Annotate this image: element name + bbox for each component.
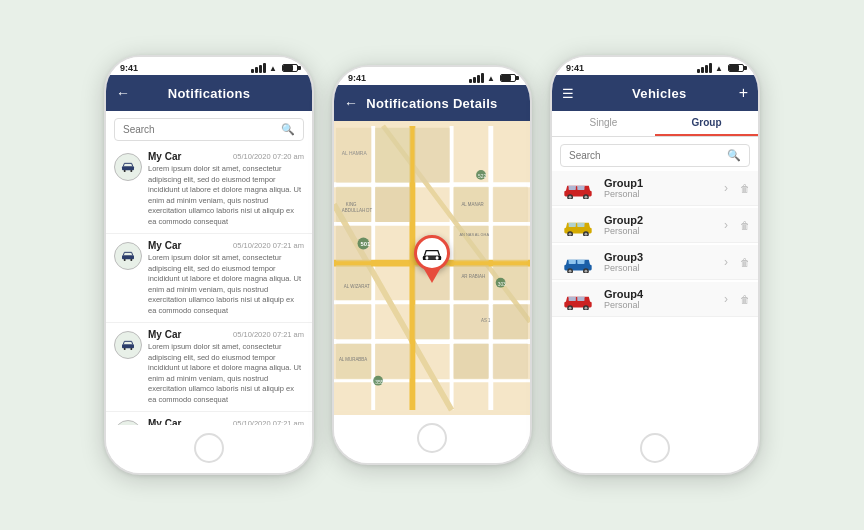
svg-rect-47 [454, 343, 489, 378]
signal-icon [251, 63, 266, 73]
back-button-2[interactable]: ← [344, 95, 362, 111]
tab-single[interactable]: Single [552, 111, 655, 136]
svg-point-95 [569, 307, 572, 310]
wifi-icon-2: ▲ [487, 74, 495, 83]
add-vehicle-button[interactable]: + [739, 84, 748, 102]
status-bar-3: 9:41 ▲ [552, 57, 758, 75]
delete-button-4[interactable]: 🗑 [740, 294, 750, 305]
vehicle-info-1: Group1 Personal [604, 177, 716, 199]
phone-bottom-3 [552, 425, 758, 473]
status-icons-3: ▲ [697, 63, 744, 73]
svg-rect-29 [414, 128, 449, 183]
vehicle-list: Group1 Personal › 🗑 [552, 171, 758, 425]
vehicle-type-2: Personal [604, 226, 716, 236]
svg-point-90 [584, 270, 587, 273]
wifi-icon-3: ▲ [715, 64, 723, 73]
svg-rect-93 [577, 297, 584, 301]
svg-rect-48 [493, 343, 528, 378]
pin-circle [414, 235, 450, 271]
svg-text:AL MURABBA: AL MURABBA [339, 357, 367, 362]
menu-icon[interactable]: ☰ [562, 86, 580, 101]
vehicle-item-1[interactable]: Group1 Personal › 🗑 [552, 171, 758, 206]
phone-map: 9:41 ▲ ← Notifications Details [332, 65, 532, 465]
vehicle-item-2[interactable]: Group2 Personal › 🗑 [552, 208, 758, 243]
vehicle-info-4: Group4 Personal [604, 288, 716, 310]
svg-rect-86 [577, 260, 584, 264]
svg-rect-79 [577, 223, 584, 227]
pin-tail [424, 269, 440, 283]
svg-point-88 [569, 270, 572, 273]
phones-container: 9:41 ▲ ← Notifications 🔍 [84, 35, 780, 495]
notif-car-name-4: My Car [148, 418, 181, 425]
vehicle-type-1: Personal [604, 189, 716, 199]
svg-rect-92 [569, 297, 576, 301]
svg-point-83 [584, 233, 587, 236]
chevron-icon-3: › [724, 255, 728, 269]
back-button-1[interactable]: ← [116, 85, 134, 101]
status-bar-2: 9:41 ▲ [334, 67, 530, 85]
svg-text:AN NAS AL GHA: AN NAS AL GHA [459, 232, 489, 237]
svg-text:AR RABIAH: AR RABIAH [461, 274, 485, 279]
phone-vehicles: 9:41 ▲ ☰ Vehicles + Single [550, 55, 760, 475]
vehicle-info-3: Group3 Personal [604, 251, 716, 273]
svg-point-8 [130, 348, 132, 350]
search-bar-1[interactable]: 🔍 [114, 118, 304, 141]
home-button-1[interactable] [194, 433, 224, 463]
notif-car-name-1: My Car [148, 151, 181, 162]
svg-text:AL HAMRA: AL HAMRA [342, 151, 368, 156]
map-pin [414, 235, 450, 283]
tab-group[interactable]: Group [655, 111, 758, 136]
notif-item-1[interactable]: My Car 05/10/2020 07:20 am Lorem ipsum d… [106, 145, 312, 234]
svg-rect-6 [122, 344, 134, 348]
phone-notifications: 9:41 ▲ ← Notifications 🔍 [104, 55, 314, 475]
vehicles-title: Vehicles [580, 86, 739, 101]
vehicle-name-3: Group3 [604, 251, 716, 263]
search-bar-3[interactable]: 🔍 [560, 144, 750, 167]
chevron-icon-2: › [724, 218, 728, 232]
battery-icon-3 [728, 64, 744, 72]
svg-point-5 [130, 259, 132, 261]
notif-time-3: 05/10/2020 07:21 am [233, 330, 304, 339]
phone-bottom-2 [334, 415, 530, 463]
vehicle-car-img-1 [560, 177, 596, 199]
vehicle-item-3[interactable]: Group3 Personal › 🗑 [552, 245, 758, 280]
time-3: 9:41 [566, 63, 584, 73]
svg-point-7 [124, 348, 126, 350]
notif-content-2: My Car 05/10/2020 07:21 am Lorem ipsum d… [148, 240, 304, 316]
home-button-2[interactable] [417, 423, 447, 453]
delete-button-1[interactable]: 🗑 [740, 183, 750, 194]
svg-text:AL WIZARAT: AL WIZARAT [344, 284, 370, 289]
notif-content-1: My Car 05/10/2020 07:20 am Lorem ipsum d… [148, 151, 304, 227]
notif-item-4[interactable]: My Car 05/10/2020 07:21 am Lorem ipsum d… [106, 412, 312, 425]
home-button-3[interactable] [640, 433, 670, 463]
signal-icon-3 [697, 63, 712, 73]
phone-bottom-1 [106, 425, 312, 473]
search-input-1[interactable] [123, 124, 281, 135]
notif-time-1: 05/10/2020 07:20 am [233, 152, 304, 161]
delete-button-3[interactable]: 🗑 [740, 257, 750, 268]
vehicle-car-img-4 [560, 288, 596, 310]
sig-bar-2 [255, 67, 258, 73]
svg-rect-28 [375, 128, 410, 183]
sig-bar-4 [263, 63, 266, 73]
notif-text-3: Lorem ipsum dolor sit amet, consectetur … [148, 342, 304, 405]
svg-rect-44 [493, 304, 528, 339]
car-avatar-3 [114, 331, 142, 359]
svg-rect-33 [493, 187, 528, 222]
svg-rect-42 [414, 304, 449, 339]
delete-button-2[interactable]: 🗑 [740, 220, 750, 231]
svg-point-97 [584, 307, 587, 310]
search-icon-3: 🔍 [727, 149, 741, 162]
notif-item-2[interactable]: My Car 05/10/2020 07:21 am Lorem ipsum d… [106, 234, 312, 323]
search-input-3[interactable] [569, 150, 727, 161]
chevron-icon-4: › [724, 292, 728, 306]
wifi-icon: ▲ [269, 64, 277, 73]
sig-bar-3 [259, 65, 262, 73]
svg-rect-71 [569, 186, 576, 190]
svg-point-68 [435, 256, 438, 259]
vehicle-item-4[interactable]: Group4 Personal › 🗑 [552, 282, 758, 317]
notif-car-name-3: My Car [148, 329, 181, 340]
notif-item-3[interactable]: My Car 05/10/2020 07:21 am Lorem ipsum d… [106, 323, 312, 412]
svg-text:KING: KING [346, 202, 357, 207]
battery-icon-1 [282, 64, 298, 72]
